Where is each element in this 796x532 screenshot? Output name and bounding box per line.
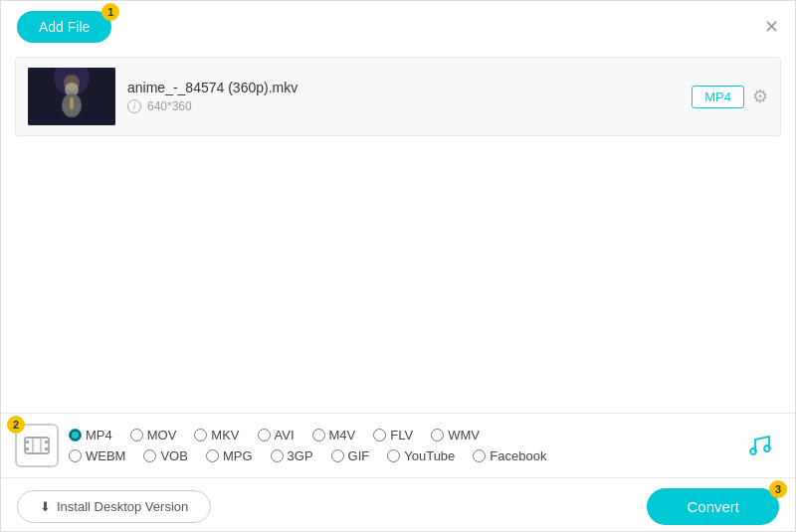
convert-button[interactable]: Convert 3 (647, 488, 779, 525)
main-content-area (1, 144, 795, 413)
format-youtube[interactable]: YouTube (387, 448, 455, 463)
format-wmv[interactable]: WMV (431, 428, 480, 443)
add-file-button[interactable]: Add File 1 (17, 11, 111, 43)
format-panel-badge: 2 (7, 416, 25, 434)
svg-rect-9 (45, 441, 49, 443)
format-panel: 2 MP4 MOV MKV AVI M4V FLV WMV (1, 414, 795, 477)
svg-point-5 (64, 75, 80, 90)
format-row-1: MP4 MOV MKV AVI M4V FLV WMV (69, 428, 727, 443)
install-label: Install Desktop Version (57, 499, 188, 514)
file-thumbnail (28, 68, 115, 125)
install-desktop-button[interactable]: ⬇ Install Desktop Version (17, 490, 211, 523)
format-facebook[interactable]: Facebook (473, 448, 546, 463)
svg-rect-10 (45, 447, 49, 450)
close-button[interactable]: ✕ (764, 16, 779, 38)
add-file-label: Add File (39, 19, 90, 35)
film-icon-wrap: 2 (15, 424, 59, 467)
svg-rect-4 (70, 97, 74, 109)
format-row-2: WEBM VOB MPG 3GP GIF YouTube Facebook (69, 448, 727, 463)
format-options: MP4 MOV MKV AVI M4V FLV WMV (69, 428, 727, 463)
file-meta: i 640*360 (127, 99, 680, 113)
convert-label: Convert (687, 498, 739, 515)
format-vob[interactable]: VOB (143, 448, 187, 463)
settings-icon[interactable]: ⚙ (752, 86, 768, 107)
format-mpg[interactable]: MPG (206, 448, 253, 463)
file-resolution: 640*360 (147, 99, 192, 113)
download-icon: ⬇ (40, 499, 51, 514)
format-badge-button[interactable]: MP4 (692, 86, 744, 108)
file-list: anime_-_84574 (360p).mkv i 640*360 MP4 ⚙ (1, 49, 795, 144)
convert-badge: 3 (769, 480, 787, 498)
format-avi[interactable]: AVI (258, 428, 295, 443)
header: Add File 1 ✕ (1, 1, 795, 49)
file-item: anime_-_84574 (360p).mkv i 640*360 MP4 ⚙ (15, 57, 781, 136)
svg-rect-6 (25, 438, 49, 453)
file-info: anime_-_84574 (360p).mkv i 640*360 (127, 80, 680, 113)
format-webm[interactable]: WEBM (69, 448, 125, 463)
file-actions: MP4 ⚙ (692, 86, 768, 108)
format-mkv[interactable]: MKV (194, 428, 239, 443)
music-icon (737, 424, 781, 467)
add-file-badge: 1 (101, 3, 119, 21)
file-name: anime_-_84574 (360p).mkv (127, 80, 680, 95)
svg-rect-7 (25, 441, 29, 443)
info-icon: i (127, 99, 141, 113)
format-mov[interactable]: MOV (130, 428, 177, 443)
close-icon: ✕ (764, 17, 779, 37)
footer: ⬇ Install Desktop Version Convert 3 (1, 478, 795, 532)
format-mp4[interactable]: MP4 (69, 428, 112, 443)
format-flv[interactable]: FLV (373, 428, 413, 443)
format-gif[interactable]: GIF (331, 448, 370, 463)
svg-rect-8 (25, 447, 29, 450)
format-3gp[interactable]: 3GP (271, 448, 313, 463)
format-m4v[interactable]: M4V (312, 428, 356, 443)
